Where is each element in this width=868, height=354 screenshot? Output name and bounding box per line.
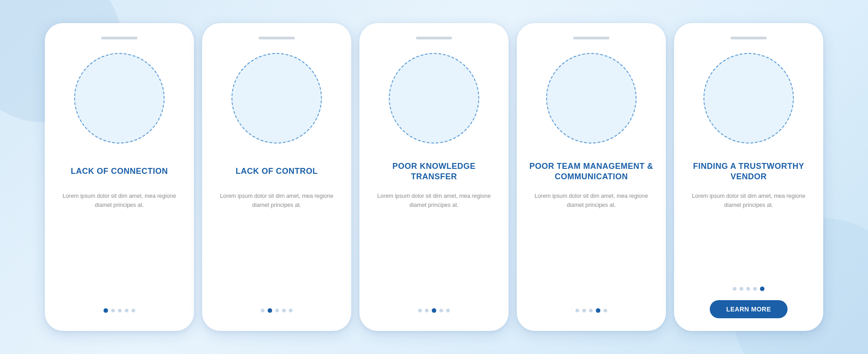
dot-3-1: [418, 309, 422, 312]
dot-2-3: [275, 309, 279, 312]
card-finding-trustworthy-vendor: FINDING A TRUSTWORTHY VENDOR Lorem ipsum…: [674, 23, 823, 331]
phone-notch-2: [259, 37, 295, 39]
card-title-4: POOR TEAM MANAGEMENT & COMMUNICATION: [529, 159, 653, 184]
dots-row-3: [418, 308, 450, 313]
phone-notch-3: [416, 37, 452, 39]
icon-area-1: [70, 48, 169, 148]
dots-row-4: [576, 308, 607, 313]
phone-notch: [101, 37, 137, 39]
dot-4-1: [576, 309, 579, 312]
icon-area-5: [699, 48, 798, 148]
dot-3-2: [425, 309, 429, 312]
dot-5-1: [733, 287, 736, 291]
dot-1-5: [132, 309, 135, 312]
dot-1-1: [104, 308, 108, 313]
dot-5-5: [760, 287, 764, 291]
dashed-circle-2: [231, 53, 322, 144]
dot-1-2: [111, 309, 115, 312]
dot-3-5: [446, 309, 450, 312]
dots-row-2: [261, 308, 292, 313]
card-body-5: Lorem ipsum dolor sit dim amet, mea regi…: [687, 191, 811, 210]
card-title-3: POOR KNOWLEDGE TRANSFER: [372, 159, 496, 184]
card-body-4: Lorem ipsum dolor sit dim amet, mea regi…: [529, 191, 653, 210]
dot-4-3: [589, 309, 593, 312]
card-title-1: LACK OF CONNECTION: [71, 159, 168, 184]
card-title-2: LACK OF CONTROL: [236, 159, 317, 184]
icon-area-4: ?: [542, 48, 641, 148]
dot-2-1: [261, 309, 264, 312]
dot-5-4: [753, 287, 757, 291]
dashed-circle-3: [389, 53, 479, 144]
dot-4-4: [596, 308, 600, 313]
dashed-circle-4: [546, 53, 637, 144]
dot-3-4: [439, 309, 443, 312]
card-lack-of-control: P LACK OF CONTROL Lorem ipsum dolor sit …: [202, 23, 351, 331]
card-body-3: Lorem ipsum dolor sit dim amet, mea regi…: [372, 191, 496, 210]
dot-5-3: [746, 287, 750, 291]
dot-1-4: [125, 309, 128, 312]
phone-notch-4: [573, 37, 609, 39]
dot-2-5: [289, 309, 292, 312]
dots-row-1: [104, 308, 135, 313]
dot-4-5: [604, 309, 607, 312]
card-poor-knowledge-transfer: POOR KNOWLEDGE TRANSFER Lorem ipsum dolo…: [359, 23, 509, 331]
dot-4-2: [582, 309, 586, 312]
dot-5-2: [740, 287, 743, 291]
dot-2-4: [282, 309, 286, 312]
dot-3-3: [432, 308, 436, 313]
card-poor-team-management: ? POOR TEAM MANAGEMENT & COMMUNICATION L…: [517, 23, 666, 331]
dots-row-5: [733, 287, 764, 291]
icon-area-2: P: [227, 48, 326, 148]
card-lack-of-connection: LACK OF CONNECTION Lorem ipsum dolor sit…: [45, 23, 194, 331]
dashed-circle-1: [74, 53, 165, 144]
card-title-5: FINDING A TRUSTWORTHY VENDOR: [687, 159, 811, 184]
phone-notch-5: [731, 37, 767, 39]
dashed-circle-5: [703, 53, 794, 144]
card-body-2: Lorem ipsum dolor sit dim amet, mea regi…: [215, 191, 339, 210]
card-body-1: Lorem ipsum dolor sit dim amet, mea regi…: [57, 191, 181, 210]
learn-more-button[interactable]: LEARN MORE: [710, 300, 787, 318]
dot-2-2: [268, 308, 272, 313]
icon-area-3: [384, 48, 484, 148]
cards-container: LACK OF CONNECTION Lorem ipsum dolor sit…: [45, 23, 823, 331]
dot-1-3: [118, 309, 122, 312]
